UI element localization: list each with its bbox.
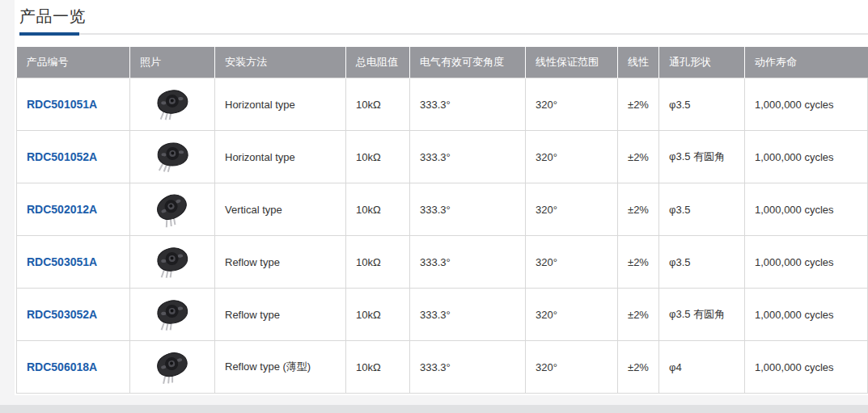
resistance-cell: 10kΩ — [346, 78, 410, 131]
linearity-range-cell: 320° — [526, 131, 618, 183]
underline-accent — [19, 32, 79, 36]
product-photo — [148, 187, 197, 233]
content-area: 产品一览 产品编号 照片 安装方法 总电阻值 电气有效可变角度 线性保证范围 线… — [15, 0, 868, 395]
column-header-electrical-angle: 电气有效可变角度 — [410, 47, 526, 78]
column-header-life: 动作寿命 — [745, 47, 868, 78]
product-photo — [151, 296, 193, 333]
column-header-mounting: 安装方法 — [215, 47, 346, 78]
hole-shape-cell: φ3.5 — [659, 236, 745, 289]
product-photo — [152, 86, 192, 122]
life-cell: 1,000,000 cycles — [745, 341, 868, 394]
linearity-cell: ±2% — [618, 131, 659, 183]
column-header-linearity: 线性 — [618, 47, 659, 78]
mounting-cell: Horizontal type — [215, 131, 346, 183]
life-cell: 1,000,000 cycles — [745, 78, 868, 131]
table-row: RDC503052A Reflow type 10kΩ 333.3° 320° … — [17, 289, 868, 341]
product-table: 产品编号 照片 安装方法 总电阻值 电气有效可变角度 线性保证范围 线性 通孔形… — [16, 47, 868, 394]
resistance-cell: 10kΩ — [346, 236, 410, 289]
table-row: RDC503051A Reflow type 10kΩ 333.3° 320° … — [17, 236, 868, 289]
life-cell: 1,000,000 cycles — [745, 131, 868, 183]
hole-shape-cell: φ3.5 有圆角 — [659, 289, 745, 341]
life-cell: 1,000,000 cycles — [745, 183, 868, 236]
mounting-cell: Reflow type — [215, 289, 346, 341]
electrical-angle-cell: 333.3° — [410, 289, 526, 341]
resistance-cell: 10kΩ — [346, 341, 410, 394]
table-row: RDC502012A Vertical type 10kΩ 333.3° 320… — [17, 183, 868, 236]
electrical-angle-cell: 333.3° — [410, 183, 526, 236]
life-cell: 1,000,000 cycles — [745, 236, 868, 289]
hole-shape-cell: φ3.5 — [659, 78, 745, 131]
linearity-range-cell: 320° — [526, 236, 618, 289]
linearity-range-cell: 320° — [526, 341, 618, 394]
life-cell: 1,000,000 cycles — [745, 289, 868, 341]
part-number-link[interactable]: RDC503051A — [27, 255, 97, 268]
resistance-cell: 10kΩ — [346, 289, 410, 341]
product-photo — [151, 243, 193, 280]
resistance-cell: 10kΩ — [346, 183, 410, 236]
linearity-range-cell: 320° — [526, 78, 618, 131]
linearity-cell: ±2% — [618, 289, 659, 341]
mounting-cell: Reflow type — [215, 236, 346, 289]
part-number-link[interactable]: RDC506018A — [27, 360, 97, 373]
linearity-cell: ±2% — [618, 236, 659, 289]
column-header-linearity-range: 线性保证范围 — [526, 47, 618, 78]
linearity-range-cell: 320° — [526, 289, 618, 341]
electrical-angle-cell: 333.3° — [410, 131, 526, 183]
table-row: RDC501052A Horizontal type 10kΩ 333.3° 3… — [17, 131, 868, 183]
linearity-cell: ±2% — [618, 78, 659, 131]
table-row: RDC506018A Reflow type (薄型) 10kΩ 333.3° … — [17, 341, 868, 394]
page-title: 产品一览 — [15, 0, 868, 27]
electrical-angle-cell: 333.3° — [410, 341, 526, 394]
electrical-angle-cell: 333.3° — [410, 78, 526, 131]
product-photo — [150, 346, 195, 387]
column-header-photo: 照片 — [130, 47, 215, 78]
title-underline — [19, 32, 868, 36]
column-header-part-number: 产品编号 — [17, 47, 130, 78]
hole-shape-cell: φ3.5 有圆角 — [659, 131, 745, 183]
product-photo — [152, 138, 193, 175]
resistance-cell: 10kΩ — [346, 131, 410, 183]
linearity-range-cell: 320° — [526, 183, 618, 236]
underline-gray — [19, 33, 868, 35]
hole-shape-cell: φ4 — [659, 341, 745, 394]
part-number-link[interactable]: RDC502012A — [27, 203, 97, 216]
table-row: RDC501051A Horizontal type 10kΩ 333.3° 3… — [17, 78, 868, 131]
part-number-link[interactable]: RDC501051A — [27, 98, 97, 111]
mounting-cell: Horizontal type — [215, 78, 346, 131]
part-number-link[interactable]: RDC501052A — [27, 150, 97, 163]
mounting-cell: Vertical type — [215, 183, 346, 236]
mounting-cell: Reflow type (薄型) — [215, 341, 346, 394]
table-header-row: 产品编号 照片 安装方法 总电阻值 电气有效可变角度 线性保证范围 线性 通孔形… — [17, 47, 868, 78]
linearity-cell: ±2% — [618, 183, 659, 236]
page-bottom-strip — [0, 405, 868, 413]
part-number-link[interactable]: RDC503052A — [27, 308, 97, 321]
column-header-resistance: 总电阻值 — [346, 47, 410, 78]
column-header-hole-shape: 通孔形状 — [659, 47, 745, 78]
hole-shape-cell: φ3.5 — [659, 183, 745, 236]
linearity-cell: ±2% — [618, 341, 659, 394]
electrical-angle-cell: 333.3° — [410, 236, 526, 289]
